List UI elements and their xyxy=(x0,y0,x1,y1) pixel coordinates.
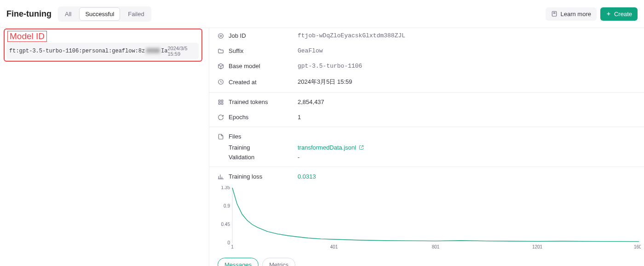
suffix-value: GeaFlow xyxy=(298,47,323,54)
tab-failed[interactable]: Failed xyxy=(122,7,150,21)
trained-tokens-value: 2,854,437 xyxy=(298,98,324,105)
svg-text:1.35: 1.35 xyxy=(221,186,230,190)
suffix-label: Suffix xyxy=(229,47,293,54)
tab-successful[interactable]: Successful xyxy=(79,7,120,21)
chart-icon xyxy=(218,173,224,180)
file-icon xyxy=(218,133,224,140)
epochs-label: Epochs xyxy=(229,114,293,121)
training-loss-value: 0.0313 xyxy=(298,173,316,180)
tab-all[interactable]: All xyxy=(59,7,77,21)
training-file-label: Training xyxy=(229,144,293,151)
external-link-icon xyxy=(359,145,364,150)
svg-text:0.9: 0.9 xyxy=(224,203,230,208)
svg-rect-7 xyxy=(221,103,223,104)
create-label: Create xyxy=(614,11,632,17)
book-icon xyxy=(551,11,558,17)
id-icon xyxy=(218,33,224,39)
training-loss-label: Training loss xyxy=(229,173,293,180)
svg-text:401: 401 xyxy=(330,244,338,249)
svg-rect-5 xyxy=(221,100,223,102)
created-at-label: Created at xyxy=(229,79,293,86)
clock-icon xyxy=(218,79,224,85)
learn-more-label: Learn more xyxy=(560,11,591,17)
filter-tabs: All Successful Failed xyxy=(58,6,151,22)
folder-icon xyxy=(218,48,224,54)
cube-icon xyxy=(218,63,224,69)
plus-icon xyxy=(606,11,611,17)
training-file-link[interactable]: transformedData.jsonl xyxy=(298,144,364,151)
svg-text:0: 0 xyxy=(227,240,230,245)
job-detail-panel: Job ID ftjob-wDqZloEyacskGlxtdm388ZJL Su… xyxy=(209,28,644,266)
svg-text:1201: 1201 xyxy=(532,244,543,249)
files-label: Files xyxy=(229,133,293,140)
metrics-tab[interactable]: Metrics xyxy=(262,258,295,266)
svg-point-1 xyxy=(220,35,222,37)
model-id-callout: Model ID xyxy=(7,31,47,42)
svg-rect-4 xyxy=(218,100,220,102)
job-id-value: ftjob-wDqZloEyacskGlxtdm388ZJL xyxy=(298,32,405,39)
refresh-icon xyxy=(218,114,224,121)
svg-point-2 xyxy=(218,33,224,38)
job-list-panel: Model ID ft:gpt-3.5-turbo-1106:personal:… xyxy=(0,28,209,266)
svg-text:1: 1 xyxy=(231,244,234,249)
created-at-value: 2024年3月5日 15:59 xyxy=(298,78,352,86)
validation-file-value: - xyxy=(298,154,299,161)
validation-file-label: Validation xyxy=(229,154,293,161)
learn-more-button[interactable]: Learn more xyxy=(546,7,596,21)
job-list-item[interactable]: ft:gpt-3.5-turbo-1106:personal:geaflow:8… xyxy=(6,43,199,59)
job-date: 2024/3/5 15:59 xyxy=(167,46,195,57)
training-loss-chart: 00.450.91.35140180112011601 xyxy=(209,184,644,250)
svg-rect-6 xyxy=(218,103,220,104)
tokens-icon xyxy=(218,99,224,105)
base-model-label: Base model xyxy=(229,63,293,69)
page-title: Fine-tuning xyxy=(6,9,52,19)
trained-tokens-label: Trained tokens xyxy=(229,98,293,105)
svg-text:0.45: 0.45 xyxy=(221,222,230,227)
job-id-label: Job ID xyxy=(229,32,293,39)
messages-tab[interactable]: Messages xyxy=(218,258,259,266)
epochs-value: 1 xyxy=(298,114,301,121)
svg-text:1601: 1601 xyxy=(634,244,641,249)
svg-text:801: 801 xyxy=(432,244,440,249)
job-model-name: ft:gpt-3.5-turbo-1106:personal:geaflow:8… xyxy=(9,48,167,54)
create-button[interactable]: Create xyxy=(600,7,638,21)
base-model-value: gpt-3.5-turbo-1106 xyxy=(298,63,362,69)
